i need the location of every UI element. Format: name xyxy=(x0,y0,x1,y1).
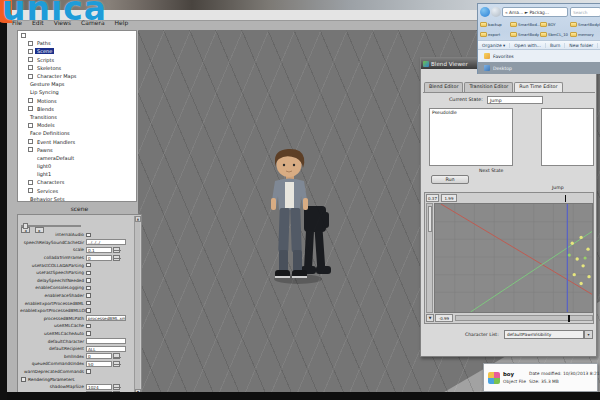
dropdown-arrow-icon[interactable]: ▾ xyxy=(584,330,593,339)
character-list-dropdown[interactable]: defaultPawnVisibility xyxy=(504,330,584,339)
group-expand-icon[interactable] xyxy=(21,377,26,382)
attribute-text-field[interactable]: processedBML.xml xyxy=(86,315,126,321)
tree-item[interactable]: Scene xyxy=(18,47,136,55)
graph-collapse-icon[interactable]: ▼ xyxy=(426,314,434,322)
toolbar-item[interactable]: Open with... xyxy=(510,43,546,48)
parameter-plot[interactable] xyxy=(434,203,593,313)
tree-expand-box-icon[interactable] xyxy=(28,74,33,79)
tree-item[interactable]: Services xyxy=(18,187,136,195)
folder-item[interactable]: export xyxy=(480,29,510,39)
attribute-group-header[interactable]: RenderingParameters xyxy=(20,377,75,382)
attribute-checkbox[interactable] xyxy=(86,331,91,336)
current-state-field[interactable]: Jump xyxy=(487,96,543,104)
spinner-buttons[interactable] xyxy=(113,384,120,390)
tree-item[interactable]: Blends xyxy=(18,105,136,113)
tree-expand-box-icon[interactable] xyxy=(28,98,33,103)
tree-item[interactable]: Event Handlers xyxy=(18,137,136,145)
tree-expand-box-icon[interactable] xyxy=(28,49,33,54)
attribute-spin-field[interactable]: 0 xyxy=(86,255,112,261)
folder-item[interactable]: SmartBodyC... xyxy=(570,19,600,29)
explorer-window[interactable]: « Ama... ► Packag... Search backupSmartB… xyxy=(477,3,600,74)
attribute-checkbox[interactable] xyxy=(86,233,91,238)
spinner-buttons[interactable] xyxy=(113,255,120,261)
tree-item[interactable]: Skeletons xyxy=(18,64,136,72)
spinner-buttons[interactable] xyxy=(113,247,120,253)
attribute-text-field[interactable]: ../../../ xyxy=(86,239,126,245)
attribute-text-field[interactable] xyxy=(86,338,126,344)
attribute-spin-field[interactable]: 0 xyxy=(86,353,112,359)
attribute-checkbox[interactable] xyxy=(86,278,91,283)
tree-item[interactable]: light0 xyxy=(18,162,136,170)
attr-slider[interactable] xyxy=(21,225,81,227)
graph-y-max-tab[interactable]: 1.99 xyxy=(441,194,457,202)
address-field[interactable]: « Ama... ► Packag... xyxy=(502,7,568,17)
attribute-checkbox[interactable] xyxy=(86,286,91,291)
state-listbox[interactable]: PseudoIdle xyxy=(429,108,513,166)
tab[interactable]: Transition Editor xyxy=(464,82,513,92)
spinner-buttons[interactable] xyxy=(113,361,120,367)
graph-y-value[interactable]: 0.37 xyxy=(426,194,439,202)
tree-expand-box-icon[interactable] xyxy=(28,106,33,111)
tree-item[interactable]: Transitions xyxy=(18,113,136,121)
toolbar-item[interactable]: Organize ▾ xyxy=(478,43,510,48)
tree-expand-box-icon[interactable] xyxy=(28,65,33,70)
attribute-text-field[interactable]: ALL xyxy=(86,346,126,352)
attribute-spin-field[interactable]: 50 xyxy=(86,361,112,367)
folder-item[interactable]: memory xyxy=(570,29,600,39)
parameter-graph-panel[interactable]: 0.37 1.99 ▼ xyxy=(424,192,594,324)
tree-expand-box-icon[interactable] xyxy=(28,147,33,152)
tree-item[interactable]: Motions xyxy=(18,97,136,105)
attribute-checkbox[interactable] xyxy=(86,324,91,329)
folder-item[interactable]: SbmCL_10 xyxy=(540,29,570,39)
attribute-checkbox[interactable] xyxy=(86,263,91,268)
tree-item[interactable]: Models xyxy=(18,121,136,129)
attr-slider-handle[interactable] xyxy=(23,223,28,229)
nav-item[interactable]: Favorites xyxy=(478,50,600,62)
tree-item[interactable]: Lip Syncing xyxy=(18,88,136,96)
toolbar-item[interactable]: New folder xyxy=(565,43,598,48)
tree-expand-box-icon[interactable] xyxy=(28,123,33,128)
scene-tree-panel[interactable]: Paths Scene Scripts Skeletons xyxy=(17,30,137,202)
tree-item[interactable]: Scripts xyxy=(18,56,136,64)
tree-expand-box-icon[interactable] xyxy=(21,33,26,38)
toolbar-item[interactable]: Burn xyxy=(546,43,565,48)
folder-item[interactable]: backup xyxy=(480,19,510,29)
forward-button-icon[interactable] xyxy=(491,7,501,17)
next-state-listbox[interactable] xyxy=(541,108,594,166)
scroll-up-icon[interactable]: ▲ xyxy=(135,216,141,222)
tab[interactable]: Run Time Editor xyxy=(514,82,562,92)
folder-item[interactable]: SmartBod... xyxy=(510,19,540,29)
folder-item[interactable]: BOY xyxy=(540,19,570,29)
attribute-checkbox[interactable] xyxy=(86,301,91,306)
tree-item[interactable]: Gesture Maps xyxy=(18,80,136,88)
attribute-spin-field[interactable]: 0.1 xyxy=(86,247,112,253)
back-button-icon[interactable] xyxy=(480,7,490,17)
attribute-checkbox[interactable] xyxy=(86,271,91,276)
nav-item[interactable]: Desktop xyxy=(478,62,600,74)
attribute-checkbox[interactable] xyxy=(86,369,91,374)
spinner-buttons[interactable] xyxy=(113,353,120,359)
tree-item[interactable]: Character Maps xyxy=(18,72,136,80)
graph-horizontal-scrollbar[interactable] xyxy=(455,315,593,321)
run-button[interactable]: Run xyxy=(431,175,469,184)
tree-expand-box-icon[interactable] xyxy=(28,188,33,193)
tree-expand-box-icon[interactable] xyxy=(28,180,33,185)
attr-scrollbar[interactable]: ▲ ▼ xyxy=(134,216,140,395)
tree-item[interactable]: cameraDefault xyxy=(18,154,136,162)
tree-item[interactable]: Paths xyxy=(18,39,136,47)
list-item[interactable]: PseudoIdle xyxy=(430,109,512,116)
graph-x-min-tab[interactable]: -0.99 xyxy=(435,314,453,322)
attribute-spin-field[interactable]: 1024 xyxy=(86,384,112,390)
tree-expand-box-icon[interactable] xyxy=(28,41,33,46)
tree-item[interactable]: Face Definitions xyxy=(18,129,136,137)
attribute-checkbox[interactable] xyxy=(86,293,91,298)
tree-item[interactable]: light1 xyxy=(18,170,136,178)
tree-expand-box-icon[interactable] xyxy=(28,139,33,144)
character-boy[interactable] xyxy=(258,148,336,288)
graph-vertical-scrollbar[interactable] xyxy=(426,203,433,313)
search-input[interactable]: Search xyxy=(570,7,600,17)
tab[interactable]: Blend Editor xyxy=(424,82,463,92)
tree-expand-box-icon[interactable] xyxy=(28,57,33,62)
blend-viewer-window[interactable]: Blend Viewer Blend EditorTransition Edit… xyxy=(420,57,597,357)
attribute-checkbox[interactable] xyxy=(86,308,91,313)
